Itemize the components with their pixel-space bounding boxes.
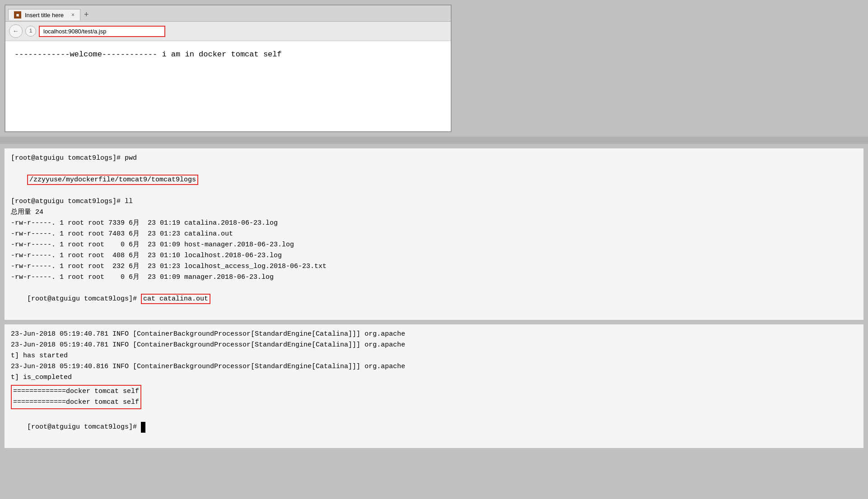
log-line-2: 23-Jun-2018 05:19:40.781 INFO [Container… — [11, 340, 857, 351]
tab-label: Insert title here — [25, 12, 64, 18]
terminal-line: -rw-r-----. 1 root root 0 6月 23 01:09 ma… — [11, 272, 857, 283]
browser-tab[interactable]: ■ Insert title here × — [8, 9, 80, 20]
cursor — [141, 422, 145, 433]
terminal-line: [root@atguigu tomcat9logs]# pwd — [11, 153, 857, 164]
new-tab-button[interactable]: + — [80, 8, 93, 21]
terminal-line: 总用量 24 — [11, 207, 857, 218]
back-button[interactable]: ← — [9, 24, 23, 38]
terminal-line: -rw-r-----. 1 root root 232 6月 23 01:23 … — [11, 261, 857, 272]
section-divider — [0, 137, 868, 144]
tab-icon: ■ — [14, 11, 21, 18]
prompt-prefix: [root@atguigu tomcat9logs]# — [27, 295, 141, 303]
terminal-line: /zzyyuse/mydockerfile/tomcat9/tomcat9log… — [11, 164, 857, 196]
back-icon: ← — [14, 28, 18, 35]
terminal-line: -rw-r-----. 1 root root 7403 6月 23 01:23… — [11, 229, 857, 240]
docker-line-1: =============docker tomcat self — [13, 386, 139, 397]
info-icon: i — [29, 28, 32, 34]
terminal-area: [root@atguigu tomcat9logs]# pwd /zzyyuse… — [5, 148, 863, 320]
log-line-5: t] is_completed — [11, 372, 857, 383]
docker-line-2: =============docker tomcat self — [13, 397, 139, 408]
url-input[interactable] — [39, 26, 165, 37]
terminal-line: -rw-r-----. 1 root root 408 6月 23 01:10 … — [11, 250, 857, 261]
log-line-1: 23-Jun-2018 05:19:40.781 INFO [Container… — [11, 329, 857, 340]
tab-bar: ■ Insert title here × + — [5, 5, 451, 22]
cat-command-line: [root@atguigu tomcat9logs]# cat catalina… — [11, 283, 857, 315]
browser-window: ■ Insert title here × + ← i ------------… — [5, 5, 452, 132]
terminal-line: -rw-r-----. 1 root root 0 6月 23 01:09 ho… — [11, 240, 857, 250]
prompt-text: [root@atguigu tomcat9logs]# — [27, 423, 141, 431]
info-button[interactable]: i — [25, 26, 36, 37]
welcome-line: ------------welcome------------ i am in … — [14, 50, 442, 59]
cat-command-highlight: cat catalina.out — [141, 294, 210, 304]
log-terminal-area: 23-Jun-2018 05:19:40.781 INFO [Container… — [5, 324, 863, 448]
browser-content: ------------welcome------------ i am in … — [5, 41, 451, 131]
path-highlight: /zzyyuse/mydockerfile/tomcat9/tomcat9log… — [27, 175, 198, 185]
navigation-bar: ← i — [5, 22, 451, 41]
log-line-4: 23-Jun-2018 05:19:40.816 INFO [Container… — [11, 361, 857, 372]
log-line-3: t] has started — [11, 351, 857, 361]
terminal-line: -rw-r-----. 1 root root 7339 6月 23 01:19… — [11, 218, 857, 229]
tab-close-button[interactable]: × — [71, 12, 75, 18]
final-prompt: [root@atguigu tomcat9logs]# — [11, 411, 857, 444]
docker-highlight-block: =============docker tomcat self ========… — [11, 385, 141, 409]
terminal-line: [root@atguigu tomcat9logs]# ll — [11, 196, 857, 207]
